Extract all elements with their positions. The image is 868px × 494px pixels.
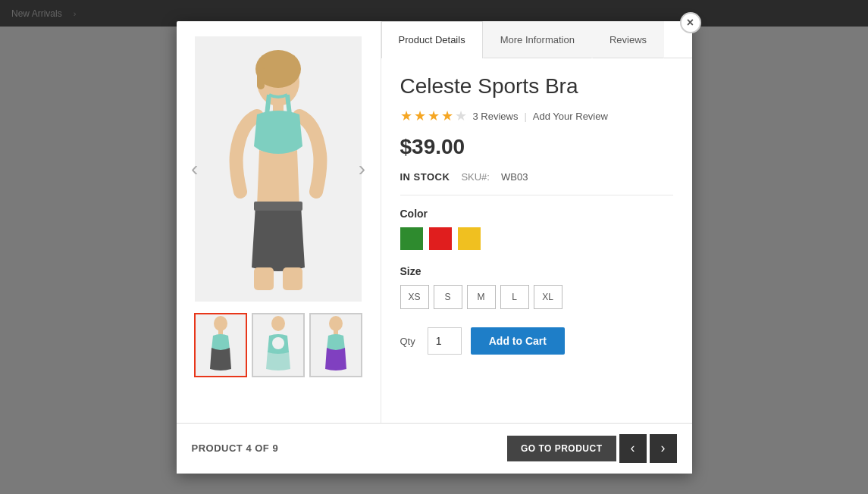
rating-row: ★ ★ ★ ★ ★ 3 Reviews | Add Your Review bbox=[400, 108, 673, 124]
size-options: XS S M L XL bbox=[400, 285, 673, 309]
sku-label: SKU#: bbox=[461, 171, 490, 183]
size-s[interactable]: S bbox=[434, 285, 462, 309]
size-label: Size bbox=[400, 265, 673, 277]
modal-body: ‹ bbox=[177, 21, 692, 423]
tab-product-details[interactable]: Product Details bbox=[381, 21, 483, 58]
next-image-arrow[interactable]: › bbox=[355, 153, 369, 185]
image-section: ‹ bbox=[177, 21, 381, 423]
tab-more-information[interactable]: More Information bbox=[483, 21, 592, 58]
tab-content-product-details: Celeste Sports Bra ★ ★ ★ ★ ★ 3 Reviews |… bbox=[381, 58, 692, 423]
footer-next-button[interactable]: › bbox=[650, 434, 677, 463]
footer-prev-button[interactable]: ‹ bbox=[619, 434, 647, 463]
prev-image-arrow[interactable]: ‹ bbox=[187, 153, 202, 185]
color-label: Color bbox=[400, 208, 673, 220]
review-separator: | bbox=[524, 111, 526, 122]
go-to-product-button[interactable]: GO TO PRODUCT bbox=[507, 436, 616, 461]
add-review-link[interactable]: Add Your Review bbox=[533, 111, 608, 122]
star-rating: ★ ★ ★ ★ ★ bbox=[400, 108, 467, 124]
star-3: ★ bbox=[428, 108, 440, 124]
product-price: $39.00 bbox=[400, 135, 673, 159]
svg-point-11 bbox=[329, 316, 343, 331]
color-swatch-green[interactable] bbox=[400, 227, 423, 250]
sku-value: WB03 bbox=[501, 171, 528, 183]
thumbnail-2[interactable] bbox=[252, 313, 305, 377]
qty-label: Qty bbox=[400, 336, 415, 347]
product-modal: × ‹ bbox=[177, 21, 692, 474]
product-section: Product Details More Information Reviews… bbox=[381, 21, 692, 423]
tab-bar: Product Details More Information Reviews bbox=[381, 21, 692, 58]
qty-input[interactable] bbox=[428, 327, 462, 355]
modal-footer: PRODUCT 4 OF 9 GO TO PRODUCT ‹ › bbox=[177, 423, 692, 474]
main-image-container: ‹ bbox=[187, 33, 369, 305]
size-xs[interactable]: XS bbox=[400, 285, 429, 309]
product-title: Celeste Sports Bra bbox=[400, 73, 673, 99]
product-image-svg bbox=[202, 40, 354, 298]
stock-status: IN STOCK bbox=[400, 171, 450, 183]
star-1: ★ bbox=[400, 108, 412, 124]
tab-reviews[interactable]: Reviews bbox=[592, 21, 664, 58]
color-swatch-red[interactable] bbox=[429, 227, 452, 250]
main-product-image bbox=[195, 36, 362, 302]
svg-point-7 bbox=[214, 316, 227, 331]
modal-overlay[interactable]: × ‹ bbox=[0, 0, 868, 494]
svg-rect-5 bbox=[254, 267, 274, 290]
star-2: ★ bbox=[414, 108, 426, 124]
thumbnail-1[interactable] bbox=[194, 313, 247, 377]
modal-close-button[interactable]: × bbox=[680, 12, 701, 33]
svg-rect-4 bbox=[254, 202, 302, 211]
color-options bbox=[400, 227, 673, 250]
footer-actions: GO TO PRODUCT ‹ › bbox=[507, 434, 677, 463]
svg-rect-2 bbox=[257, 67, 265, 89]
size-xl[interactable]: XL bbox=[534, 285, 562, 309]
svg-rect-6 bbox=[283, 267, 302, 290]
add-to-cart-button[interactable]: Add to Cart bbox=[471, 327, 565, 355]
thumbnail-list bbox=[194, 313, 362, 377]
stock-row: IN STOCK SKU#: WB03 bbox=[400, 171, 673, 195]
star-5: ★ bbox=[455, 108, 467, 124]
review-count: 3 Reviews bbox=[473, 111, 519, 122]
product-of-label: PRODUCT 4 OF 9 bbox=[192, 442, 279, 454]
size-l[interactable]: L bbox=[500, 285, 529, 309]
svg-point-9 bbox=[271, 316, 285, 331]
star-4: ★ bbox=[441, 108, 453, 124]
color-swatch-yellow[interactable] bbox=[458, 227, 481, 250]
thumbnail-3[interactable] bbox=[309, 313, 362, 377]
svg-point-10 bbox=[272, 337, 284, 349]
add-to-cart-row: Qty Add to Cart bbox=[400, 327, 673, 355]
size-m[interactable]: M bbox=[467, 285, 496, 309]
